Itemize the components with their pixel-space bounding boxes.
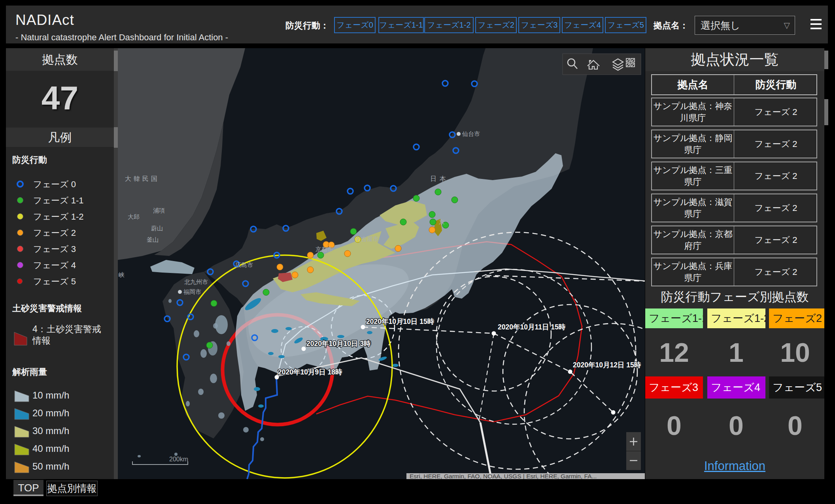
- svg-text:仙台市: 仙台市: [462, 130, 480, 137]
- svg-text:蔚山: 蔚山: [151, 225, 163, 231]
- svg-text:大邱: 大邱: [128, 213, 140, 220]
- svg-text:200km: 200km: [169, 456, 188, 463]
- svg-text:京: 京: [439, 218, 445, 225]
- svg-text:2020年10月11日 15時: 2020年10月11日 15時: [498, 323, 566, 331]
- svg-text:2020年10月10日 3時: 2020年10月10日 3時: [306, 340, 371, 348]
- svg-text:2020年10月12日 15時: 2020年10月12日 15時: [573, 361, 641, 369]
- svg-text:2020年10月9日 18時: 2020年10月9日 18時: [278, 368, 342, 376]
- svg-text:日本: 日本: [430, 175, 449, 182]
- svg-text:京都市: 京都市: [315, 246, 333, 252]
- svg-text:峡: 峡: [119, 271, 125, 278]
- svg-text:大韓民国: 大韓民国: [125, 175, 160, 182]
- svg-text:福岡市: 福岡市: [183, 288, 201, 295]
- svg-text:2020年10月10日 15時: 2020年10月10日 15時: [366, 318, 435, 325]
- svg-text:北九州市: 北九州市: [184, 278, 208, 285]
- svg-text:名古屋市: 名古屋市: [355, 235, 379, 242]
- svg-text:釜山: 釜山: [147, 236, 159, 243]
- svg-text:浦項: 浦項: [153, 207, 165, 214]
- svg-text:Esri, HERE, Garmin, FAO, NOAA,: Esri, HERE, Garmin, FAO, NOAA, USGS | Es…: [410, 473, 597, 479]
- svg-text:広島市: 広島市: [235, 261, 253, 268]
